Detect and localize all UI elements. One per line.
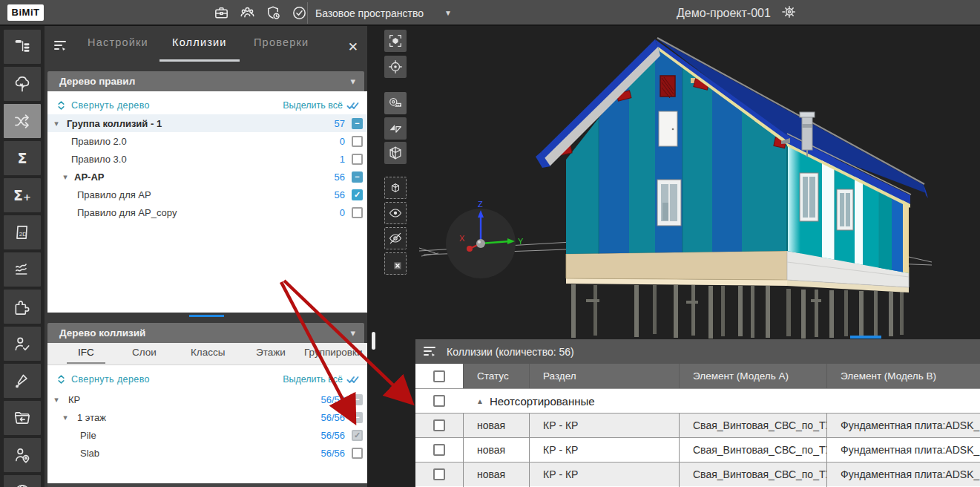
tree-row[interactable]: Правило для АР_copy 0 xyxy=(47,203,367,221)
panel-resize-handle[interactable] xyxy=(372,332,375,350)
checkbox-indeterminate[interactable]: − xyxy=(352,118,363,129)
checkbox-indeterminate-gray[interactable]: − xyxy=(352,412,363,423)
tree-row[interactable]: Правило 2.0 0 xyxy=(47,132,367,150)
clear-selection-button[interactable] xyxy=(384,252,407,275)
column-header-element-b[interactable]: Элемент (Модель В) xyxy=(826,364,980,388)
tree-row[interactable]: ▾ Группа коллизий - 1 57 − xyxy=(47,114,367,132)
caret-down-icon[interactable]: ▾ xyxy=(52,395,61,405)
sidebar-item-sum-add[interactable]: Σ+ xyxy=(4,178,41,212)
tab-groupings[interactable]: Группировки xyxy=(304,347,362,364)
viewport-3d[interactable]: Z Y X xyxy=(367,26,980,487)
panel-menu-icon[interactable] xyxy=(53,39,68,56)
collapse-tree-link[interactable]: Свернуть дерево xyxy=(71,374,150,385)
rules-tree-header[interactable]: Дерево правил ▾ xyxy=(47,71,364,91)
close-icon[interactable]: ✕ xyxy=(348,39,358,55)
isolate-selection-button[interactable] xyxy=(384,177,407,199)
gizmo-z-label: Z xyxy=(478,200,483,209)
checkbox-unchecked[interactable] xyxy=(352,154,363,165)
checkbox-unchecked[interactable] xyxy=(352,448,363,459)
measure-button[interactable] xyxy=(384,92,407,114)
unfold-tree-icon[interactable] xyxy=(56,100,66,111)
tab-collisions[interactable]: Коллизии xyxy=(160,36,240,62)
double-check-icon[interactable] xyxy=(346,101,361,111)
select-all-link[interactable]: Выделить всё xyxy=(283,374,343,385)
tab-settings[interactable]: Настройки xyxy=(88,36,148,62)
tab-floors[interactable]: Этажи xyxy=(256,347,286,364)
sidebar-item-environment[interactable] xyxy=(4,67,41,101)
tree-row[interactable]: ▾ 1 этаж 56/56 − xyxy=(47,408,367,426)
collapse-section-icon[interactable]: ▾ xyxy=(350,71,355,91)
tree-row[interactable]: ▾ АР-АР 56 − xyxy=(47,168,367,186)
team-icon[interactable] xyxy=(238,4,257,22)
sidebar-item-model-tree[interactable] xyxy=(4,30,41,64)
select-all-checkbox[interactable] xyxy=(433,370,445,382)
collapse-section-icon[interactable]: ▾ xyxy=(350,323,355,343)
section-plane-button[interactable] xyxy=(384,117,407,140)
checkbox-indeterminate-gray[interactable]: − xyxy=(352,394,363,405)
rule-label: Правило для АР xyxy=(77,189,335,200)
row-checkbox[interactable] xyxy=(433,468,445,480)
show-selection-button[interactable] xyxy=(384,202,407,224)
sidebar-item-charts[interactable] xyxy=(4,252,41,287)
tab-checks[interactable]: Проверки xyxy=(254,36,309,62)
focus-target-button[interactable] xyxy=(384,56,407,78)
tree-row[interactable]: Slab 56/56 xyxy=(47,444,367,462)
tree-row[interactable]: Pile 56/56 ✓ xyxy=(47,426,367,444)
checkbox-indeterminate[interactable]: − xyxy=(352,171,363,183)
tab-ifc[interactable]: IFC xyxy=(67,347,105,364)
table-menu-icon[interactable] xyxy=(423,345,438,359)
caret-down-icon[interactable]: ▾ xyxy=(52,119,61,128)
checkbox-checked[interactable]: ✓ xyxy=(352,189,363,200)
sidebar-item-user-location[interactable] xyxy=(4,438,41,472)
collapse-group-icon[interactable]: ▲ xyxy=(476,397,484,405)
section-box-button[interactable] xyxy=(384,142,407,164)
tree-row[interactable]: Правило 3.0 1 xyxy=(47,150,367,168)
column-header-section[interactable]: Раздел xyxy=(529,364,679,388)
double-check-icon[interactable] xyxy=(346,375,361,385)
settings-gear-icon[interactable] xyxy=(781,4,798,23)
tree-row[interactable]: ▾ КР 56/56 − xyxy=(47,390,367,408)
column-header-status[interactable]: Статус xyxy=(463,364,529,388)
navigation-gizmo[interactable]: Z Y X xyxy=(446,200,524,278)
caret-down-icon[interactable]: ▾ xyxy=(61,413,70,422)
hide-selection-button[interactable] xyxy=(384,227,407,249)
table-header-row: Статус Раздел Элемент (Модель А) Элемент… xyxy=(415,364,980,388)
collision-count: 56/56 xyxy=(320,394,345,405)
table-row[interactable]: новая КР - КР Свая_Винтовая_СВС_по_ТУ_ Ф… xyxy=(415,437,980,462)
unfold-tree-icon[interactable] xyxy=(56,374,66,385)
tree-row[interactable]: Правило для АР 56 ✓ xyxy=(47,186,367,203)
foundation-slab-front[interactable] xyxy=(566,251,787,280)
group-row[interactable]: ▲ Неотсортированные xyxy=(415,388,980,413)
toolbox-icon[interactable] xyxy=(212,4,231,22)
row-checkbox[interactable] xyxy=(433,444,445,456)
sidebar-item-plugins[interactable] xyxy=(4,290,41,324)
column-header-element-a[interactable]: Элемент (Модель А) xyxy=(679,364,826,388)
app-logo[interactable]: BiMiT xyxy=(7,4,44,21)
sidebar-item-collisions[interactable] xyxy=(4,104,41,138)
caret-down-icon[interactable]: ▾ xyxy=(61,172,70,182)
check-circle-icon[interactable] xyxy=(290,4,309,22)
sidebar-item-import[interactable] xyxy=(4,401,41,435)
sidebar-item-user-check[interactable] xyxy=(4,327,41,361)
table-row[interactable]: новая КР - КР Свая_Винтовая_СВС_по_ТУ_ Ф… xyxy=(415,413,980,437)
table-row[interactable]: новая КР - КР Свая_Винтовая_СВС_по_ТУ_ Ф… xyxy=(415,462,980,486)
checkbox-checked-gray[interactable]: ✓ xyxy=(352,430,363,441)
sidebar-item-construction[interactable] xyxy=(4,364,41,398)
shield-time-icon[interactable] xyxy=(264,4,283,22)
door[interactable] xyxy=(659,111,677,146)
tab-classes[interactable]: Классы xyxy=(191,347,225,364)
checkbox-unchecked[interactable] xyxy=(352,207,363,218)
collision-tree-header[interactable]: Дерево коллизий ▾ xyxy=(47,323,364,343)
row-checkbox[interactable] xyxy=(433,419,445,431)
sidebar-item-2d-sheet[interactable]: 2D xyxy=(4,215,41,249)
sidebar-item-web[interactable] xyxy=(4,475,41,487)
collapse-tree-link[interactable]: Свернуть дерево xyxy=(71,100,150,111)
sidebar-item-sum[interactable]: Σ xyxy=(4,141,41,175)
workspace-selector[interactable]: Базовое пространство ▼ xyxy=(315,0,452,26)
checkbox-unchecked[interactable] xyxy=(352,136,363,147)
select-all-link[interactable]: Выделить всё xyxy=(283,100,343,111)
environment-tree-icon xyxy=(13,74,32,94)
group-checkbox[interactable] xyxy=(433,395,445,407)
tab-layers[interactable]: Слои xyxy=(132,347,157,364)
fit-selection-button[interactable] xyxy=(384,30,407,52)
